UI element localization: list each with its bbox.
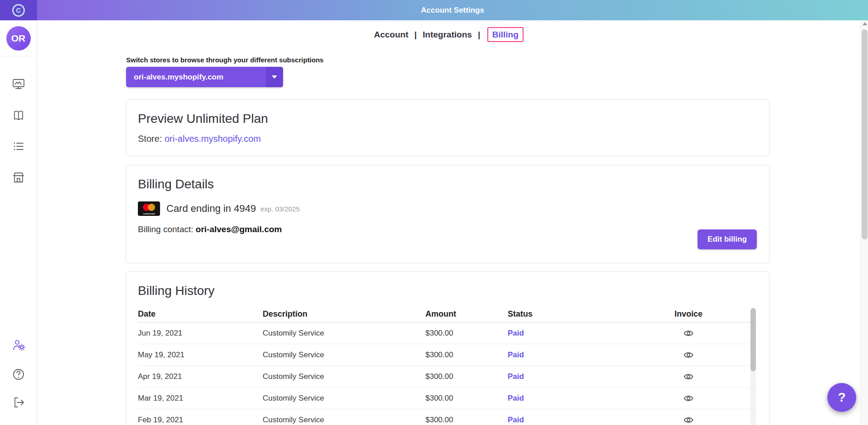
billing-contact-label: Billing contact: (138, 224, 193, 234)
plan-store-line: Store: ori-alves.myshopify.com (138, 134, 769, 144)
table-row: Jun 19, 2021 Customily Service $300.00 P… (138, 322, 758, 344)
eye-icon[interactable] (683, 328, 694, 339)
card-info-row: mastercard Card ending in 4949 exp. 03/2… (138, 201, 769, 216)
cell-invoice (643, 393, 734, 404)
cell-invoice (643, 350, 734, 360)
card-ending-text: Card ending in 4949 (166, 203, 256, 215)
tab-integrations[interactable]: Integrations (423, 30, 472, 39)
eye-icon[interactable] (683, 371, 694, 382)
cell-invoice (643, 415, 734, 425)
billing-details-card: Billing Details mastercard Card ending i… (126, 165, 770, 263)
store-dropdown[interactable]: ori-alves.myshopify.com (126, 67, 283, 87)
table-row: Apr 19, 2021 Customily Service $300.00 P… (138, 366, 758, 388)
table-header: Date Description Amount Status Invoice (138, 306, 758, 322)
cell-description: Customily Service (263, 416, 425, 425)
avatar[interactable]: OR (6, 26, 31, 51)
table-row: May 19, 2021 Customily Service $300.00 P… (138, 344, 758, 366)
sidebar: OR (0, 20, 37, 425)
app-logo[interactable]: C (0, 0, 37, 20)
cell-status: Paid (508, 329, 643, 338)
billing-details-title: Billing Details (138, 177, 769, 191)
page-scrollbar-thumb[interactable] (862, 29, 868, 239)
cell-amount: $300.00 (425, 329, 508, 338)
table-scrollbar[interactable] (750, 308, 756, 425)
store-switcher-label: Switch stores to browse through your dif… (126, 56, 324, 64)
store-label: Store: (138, 134, 162, 144)
cell-description: Customily Service (263, 329, 425, 338)
cell-date: Mar 19, 2021 (138, 394, 263, 403)
eye-icon[interactable] (683, 350, 694, 360)
card-expiry-text: exp. 03/2025 (260, 205, 300, 213)
cell-invoice (643, 371, 734, 382)
billing-history-table: Date Description Amount Status Invoice J… (138, 306, 758, 425)
scrollbar-up-arrow-icon[interactable] (863, 22, 867, 25)
store-icon[interactable] (11, 170, 26, 185)
page-scrollbar[interactable] (860, 20, 868, 425)
table-scrollbar-thumb[interactable] (750, 308, 756, 371)
plan-card-title: Preview Unlimited Plan (138, 112, 769, 126)
cell-amount: $300.00 (425, 350, 508, 360)
cell-status: Paid (508, 372, 643, 381)
mastercard-icon: mastercard (138, 201, 160, 216)
col-status: Status (508, 309, 643, 319)
page-title: Account Settings (37, 0, 868, 20)
cell-amount: $300.00 (425, 372, 508, 381)
cell-invoice (643, 328, 734, 339)
eye-icon[interactable] (683, 393, 694, 404)
design-editor-icon[interactable] (11, 76, 26, 92)
cell-status: Paid (508, 416, 643, 425)
col-invoice: Invoice (643, 309, 734, 319)
billing-contact-line: Billing contact: ori-alves@gmail.com (138, 224, 769, 234)
billing-contact-email: ori-alves@gmail.com (196, 224, 282, 234)
billing-history-title: Billing History (138, 284, 769, 298)
col-description: Description (263, 309, 425, 319)
svg-text:mastercard: mastercard (143, 212, 155, 215)
cell-date: Apr 19, 2021 (138, 372, 263, 381)
billing-history-card: Billing History Date Description Amount … (126, 271, 770, 425)
cell-description: Customily Service (263, 372, 425, 381)
catalog-icon[interactable] (11, 108, 26, 123)
store-link[interactable]: ori-alves.myshopify.com (165, 134, 261, 144)
chevron-down-icon[interactable] (266, 67, 283, 87)
store-dropdown-value: ori-alves.myshopify.com (126, 73, 223, 82)
tab-account[interactable]: Account (374, 30, 408, 39)
settings-tabs: Account | Integrations | Billing (37, 30, 860, 40)
account-users-icon[interactable] (11, 337, 26, 353)
cell-status: Paid (508, 350, 643, 360)
cell-date: Jun 19, 2021 (138, 329, 263, 338)
top-bar: C Account Settings (0, 0, 868, 20)
cell-description: Customily Service (263, 394, 425, 403)
cell-description: Customily Service (263, 350, 425, 360)
cell-date: Feb 19, 2021 (138, 416, 263, 425)
customily-logo: C (12, 4, 25, 17)
help-icon[interactable] (11, 367, 26, 382)
tab-separator: | (414, 30, 416, 39)
tab-billing[interactable]: Billing (487, 27, 524, 42)
cell-amount: $300.00 (425, 394, 508, 403)
col-amount: Amount (425, 309, 508, 319)
plan-card: Preview Unlimited Plan Store: ori-alves.… (126, 99, 770, 156)
table-row: Feb 19, 2021 Customily Service $300.00 P… (138, 409, 758, 425)
cell-status: Paid (508, 394, 643, 403)
eye-icon[interactable] (683, 415, 694, 425)
orders-list-icon[interactable] (11, 139, 26, 154)
cell-date: May 19, 2021 (138, 350, 263, 360)
logout-icon[interactable] (11, 395, 26, 410)
help-fab-button[interactable]: ? (827, 383, 856, 412)
avatar-section: OR (0, 20, 37, 56)
table-row: Mar 19, 2021 Customily Service $300.00 P… (138, 388, 758, 409)
edit-billing-button[interactable]: Edit billing (698, 229, 757, 249)
col-date: Date (138, 309, 263, 319)
tab-separator: | (478, 30, 480, 39)
cell-amount: $300.00 (425, 416, 508, 425)
